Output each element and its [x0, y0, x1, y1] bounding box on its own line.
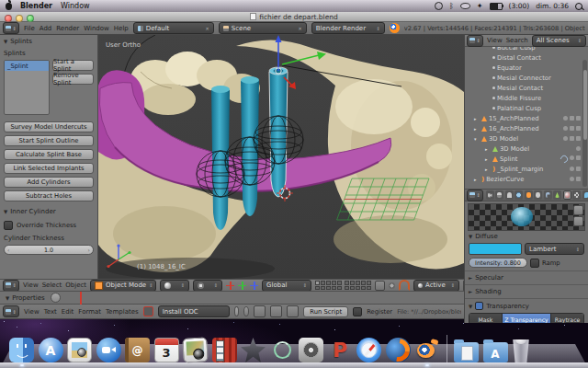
selectability-icon[interactable] [570, 126, 574, 131]
ztransparency-mode-button[interactable]: Z Transparency [503, 314, 551, 323]
specular-panel-header[interactable]: ►Specular [465, 274, 588, 282]
outliner-scrollbar[interactable] [582, 60, 587, 187]
outliner-item[interactable]: Palatinal Cusp [465, 103, 588, 113]
bluetooth-icon[interactable]: ᛒ [449, 2, 454, 10]
input-menu-icon[interactable] [460, 3, 470, 9]
outliner-menu-view[interactable]: View [487, 37, 503, 44]
screen-layout-selector[interactable]: Default✕ [133, 22, 214, 34]
text-menu-view[interactable]: View [24, 308, 40, 316]
menu-file[interactable]: File [24, 25, 35, 32]
expander-icon[interactable]: ▸ [474, 116, 480, 121]
tab-scene[interactable] [505, 190, 514, 200]
snap-toggle[interactable] [399, 280, 410, 291]
modifier-icon[interactable] [559, 154, 569, 164]
tab-modifiers[interactable] [544, 190, 552, 200]
text-menu-text[interactable]: Text [44, 308, 57, 316]
splint-list-item[interactable]: _Splint [5, 61, 49, 71]
battery-icon[interactable] [490, 3, 503, 10]
outliner-item[interactable]: ▸16_ArchPlanned [465, 123, 588, 133]
expander-icon[interactable]: ▸ [474, 177, 480, 182]
scale-manipulator-toggle[interactable] [250, 282, 258, 290]
splints-panel-header[interactable]: ▼Splints [4, 38, 94, 45]
dock-item-powerpoint[interactable]: P [328, 338, 353, 362]
visibility-icon[interactable] [563, 136, 568, 141]
outliner-item[interactable]: Distal Contact [465, 52, 588, 63]
tab-object-data[interactable] [553, 190, 561, 200]
dock-item-star[interactable] [241, 338, 266, 362]
sync-icon[interactable] [435, 2, 443, 10]
app-menu[interactable]: Blender [20, 2, 52, 10]
run-script-button[interactable]: Run Script [303, 306, 348, 317]
translate-manipulator-toggle[interactable] [226, 282, 234, 290]
tab-world[interactable] [514, 190, 523, 200]
diffuse-panel-header[interactable]: ▼Diffuse [465, 233, 588, 240]
outliner-item[interactable]: ▾3D Model [465, 133, 588, 144]
expander-icon[interactable]: ▸ [474, 126, 480, 132]
visibility-icon[interactable] [563, 116, 568, 121]
dock-item-applications-folder[interactable]: A [483, 338, 508, 362]
expander-icon[interactable]: ▸ [485, 146, 491, 152]
expander-icon[interactable]: ▾ [474, 136, 480, 142]
dock-item-contacts[interactable]: @ [125, 338, 150, 362]
frame-marker[interactable] [80, 292, 82, 305]
renderability-icon[interactable] [576, 177, 581, 181]
dock-item-safari[interactable] [356, 338, 381, 362]
transparency-panel-header[interactable]: ▼Transparency [465, 302, 588, 310]
outliner-item[interactable]: Mesial Connector [465, 73, 588, 83]
preview-sphere-button[interactable] [573, 205, 583, 215]
menu-window[interactable]: Window [84, 25, 109, 32]
dock-item-iphoto[interactable] [183, 338, 208, 362]
transform-orientation-selector[interactable]: Global⇕ [262, 280, 311, 292]
pivot-selector[interactable]: ⇕ [193, 280, 222, 292]
tab-material[interactable] [563, 190, 571, 200]
implant-cylinder-3[interactable] [269, 67, 288, 197]
properties-strip-header[interactable]: ▼Properties [6, 294, 45, 302]
expander-icon[interactable]: ▸ [485, 156, 491, 162]
menu-render[interactable]: Render [56, 25, 79, 32]
view3d-menu-object[interactable]: Object [65, 282, 86, 289]
mask-mode-button[interactable]: Mask [469, 314, 503, 323]
outliner-item[interactable]: Equator [465, 63, 588, 73]
calculate-splint-base-button[interactable]: Calculate Splint Base [4, 149, 94, 160]
text-unlink-button[interactable] [243, 306, 249, 316]
text-datablock-field[interactable]: Install ODC [158, 305, 230, 317]
visibility-icon[interactable] [570, 155, 574, 160]
tab-constraints[interactable] [534, 190, 542, 200]
renderability-icon[interactable] [576, 116, 581, 121]
renderability-icon[interactable] [576, 167, 581, 171]
tab-physics[interactable] [582, 190, 588, 200]
lock-to-scene-toggle[interactable] [375, 281, 385, 291]
battery-time[interactable]: (3:00) [509, 2, 530, 10]
word-wrap-toggle[interactable] [270, 305, 282, 317]
menu-add[interactable]: Add [40, 25, 52, 32]
tab-texture[interactable] [572, 190, 581, 200]
tab-object[interactable] [525, 190, 533, 200]
tab-render-layers[interactable] [495, 190, 503, 200]
renderability-icon[interactable] [576, 126, 581, 131]
viewport-shading-selector[interactable]: ⇕ [160, 280, 189, 292]
preview-monkey-button[interactable] [573, 216, 583, 226]
remove-splint-button[interactable]: Remove Splint [52, 74, 94, 85]
start-splint-outline-button[interactable]: Start Splint Outline [4, 135, 94, 146]
ramp-checkbox[interactable] [530, 259, 539, 268]
survey-model-undercuts-button[interactable]: Survey Model Undercuts [4, 121, 94, 132]
visibility-icon[interactable] [570, 167, 574, 171]
outliner-item[interactable]: ▸Splint [465, 154, 588, 164]
diffuse-color-swatch[interactable] [469, 243, 522, 255]
outliner-item[interactable]: ▸)_Splint_margin [465, 164, 588, 174]
override-thickness-checkbox[interactable] [4, 221, 13, 230]
visibility-icon[interactable] [570, 177, 574, 181]
dock-item-app-store[interactable]: A [39, 338, 63, 362]
window-menu[interactable]: Window [61, 2, 90, 10]
mode-selector[interactable]: Object Mode⇕ [90, 280, 156, 292]
outliner-editor-type-button[interactable]: ⇕ [467, 35, 483, 47]
cylinder-thickness-slider[interactable]: ‹ 1.0 › [4, 245, 94, 255]
syntax-highlight-toggle[interactable] [287, 305, 299, 317]
material-icon[interactable] [576, 146, 581, 151]
dock-item-documents-folder[interactable] [454, 338, 479, 362]
text-resolve-conflict-icon[interactable] [143, 306, 153, 316]
text-refresh-button[interactable] [234, 306, 240, 316]
outliner-display-filter[interactable]: All Scenes⇕ [532, 35, 586, 47]
splint-listbox[interactable]: _Splint [4, 60, 50, 115]
window-titlebar[interactable]: fichier de depart.blend [0, 12, 588, 22]
